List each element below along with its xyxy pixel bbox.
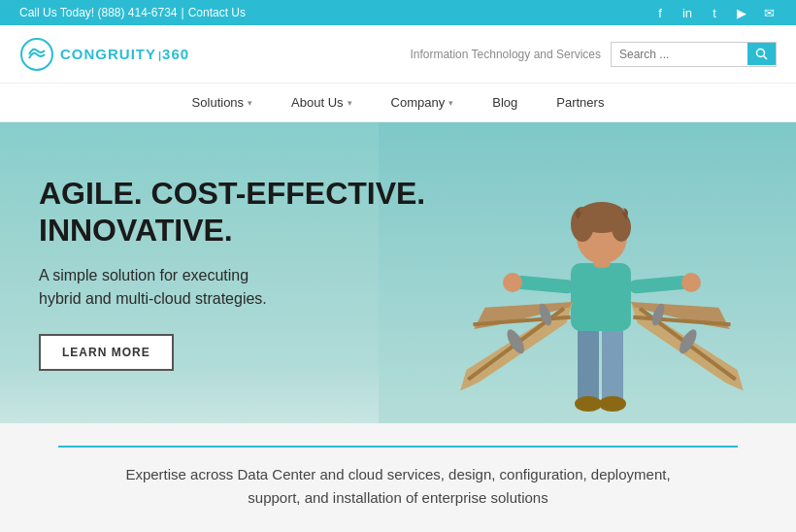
- svg-point-27: [503, 273, 522, 292]
- header-right: Information Technology and Services: [410, 42, 777, 67]
- svg-rect-4: [578, 326, 599, 404]
- separator: |: [182, 6, 184, 19]
- nav-about-us[interactable]: About Us ▾: [286, 83, 356, 121]
- logo-text-container: CONGRUITY|360: [60, 46, 189, 63]
- bottom-section: Expertise across Data Center and cloud s…: [0, 423, 796, 532]
- logo-icon: [19, 37, 54, 72]
- hero-content: AGILE. COST-EFFECTIVE. INNOVATIVE. A sim…: [0, 136, 464, 411]
- svg-point-13: [612, 213, 631, 242]
- youtube-icon[interactable]: ▶: [734, 5, 749, 20]
- logo[interactable]: CONGRUITY|360: [19, 37, 189, 72]
- svg-point-1: [757, 50, 765, 57]
- phone-text: Call Us Today! (888) 414-6734: [19, 6, 178, 19]
- about-chevron-icon: ▾: [348, 98, 352, 108]
- hero-title: AGILE. COST-EFFECTIVE. INNOVATIVE.: [39, 175, 425, 249]
- svg-rect-5: [602, 326, 623, 404]
- logo-name: CONGRUITY|360: [60, 46, 189, 62]
- nav-blog[interactable]: Blog: [487, 83, 522, 121]
- twitter-icon[interactable]: t: [707, 5, 722, 20]
- search-form: [611, 42, 777, 67]
- solutions-chevron-icon: ▾: [248, 98, 252, 108]
- search-icon: [755, 48, 768, 60]
- bottom-text: Expertise across Data Center and cloud s…: [125, 463, 670, 510]
- main-nav: Solutions ▾ About Us ▾ Company ▾ Blog Pa…: [0, 83, 796, 122]
- svg-point-29: [681, 273, 701, 292]
- search-input[interactable]: [612, 43, 747, 66]
- top-bar: Call Us Today! (888) 414-6734 | Contact …: [0, 0, 796, 25]
- svg-point-6: [575, 396, 602, 412]
- svg-point-12: [571, 207, 594, 242]
- company-chevron-icon: ▾: [448, 98, 453, 108]
- email-icon[interactable]: ✉: [761, 5, 777, 20]
- top-bar-left: Call Us Today! (888) 414-6734 | Contact …: [19, 6, 246, 19]
- nav-partners[interactable]: Partners: [551, 83, 609, 121]
- facebook-icon[interactable]: f: [652, 5, 668, 20]
- bottom-divider: [58, 446, 738, 448]
- header: CONGRUITY|360 Information Technology and…: [0, 25, 796, 83]
- linkedin-icon[interactable]: in: [680, 5, 695, 20]
- nav-solutions[interactable]: Solutions ▾: [187, 83, 257, 121]
- header-tagline: Information Technology and Services: [410, 48, 601, 61]
- svg-rect-8: [571, 263, 631, 331]
- nav-company[interactable]: Company ▾: [386, 83, 459, 121]
- hero-subtitle: A simple solution for executinghybrid an…: [39, 264, 425, 311]
- social-icons: f in t ▶ ✉: [652, 5, 777, 20]
- contact-link[interactable]: Contact Us: [188, 6, 246, 19]
- svg-point-7: [599, 396, 626, 412]
- search-button[interactable]: [747, 43, 776, 65]
- learn-more-button[interactable]: LEARN MORE: [39, 334, 174, 371]
- hero-section: AGILE. COST-EFFECTIVE. INNOVATIVE. A sim…: [0, 122, 796, 423]
- svg-line-2: [764, 56, 768, 60]
